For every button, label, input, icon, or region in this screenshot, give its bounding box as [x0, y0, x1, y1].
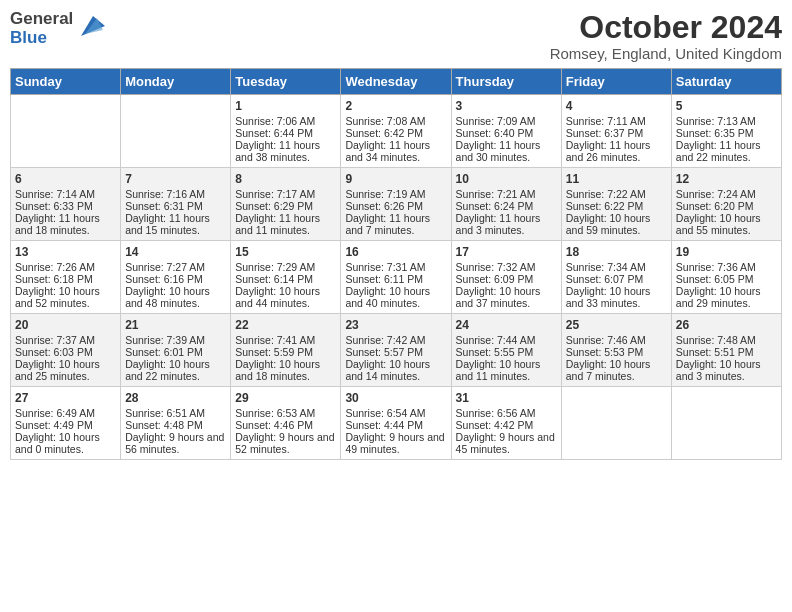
day-number: 20 [15, 318, 116, 332]
sunset-text: Sunset: 6:37 PM [566, 127, 667, 139]
sunset-text: Sunset: 6:26 PM [345, 200, 446, 212]
daylight-text: Daylight: 11 hours and 15 minutes. [125, 212, 226, 236]
sunrise-text: Sunrise: 7:06 AM [235, 115, 336, 127]
daylight-text: Daylight: 10 hours and 7 minutes. [566, 358, 667, 382]
calendar-cell: 15Sunrise: 7:29 AMSunset: 6:14 PMDayligh… [231, 241, 341, 314]
sunset-text: Sunset: 5:55 PM [456, 346, 557, 358]
daylight-text: Daylight: 9 hours and 52 minutes. [235, 431, 336, 455]
calendar-cell: 22Sunrise: 7:41 AMSunset: 5:59 PMDayligh… [231, 314, 341, 387]
day-number: 2 [345, 99, 446, 113]
day-number: 12 [676, 172, 777, 186]
day-number: 21 [125, 318, 226, 332]
sunset-text: Sunset: 6:24 PM [456, 200, 557, 212]
sunset-text: Sunset: 6:18 PM [15, 273, 116, 285]
sunrise-text: Sunrise: 7:31 AM [345, 261, 446, 273]
sunset-text: Sunset: 5:51 PM [676, 346, 777, 358]
day-number: 17 [456, 245, 557, 259]
sunrise-text: Sunrise: 7:19 AM [345, 188, 446, 200]
daylight-text: Daylight: 10 hours and 59 minutes. [566, 212, 667, 236]
col-saturday: Saturday [671, 69, 781, 95]
sunset-text: Sunset: 6:01 PM [125, 346, 226, 358]
day-number: 30 [345, 391, 446, 405]
sunrise-text: Sunrise: 7:32 AM [456, 261, 557, 273]
col-thursday: Thursday [451, 69, 561, 95]
daylight-text: Daylight: 11 hours and 34 minutes. [345, 139, 446, 163]
sunset-text: Sunset: 6:16 PM [125, 273, 226, 285]
calendar-cell: 23Sunrise: 7:42 AMSunset: 5:57 PMDayligh… [341, 314, 451, 387]
sunrise-text: Sunrise: 7:14 AM [15, 188, 116, 200]
col-monday: Monday [121, 69, 231, 95]
sunset-text: Sunset: 6:40 PM [456, 127, 557, 139]
sunset-text: Sunset: 5:57 PM [345, 346, 446, 358]
day-number: 29 [235, 391, 336, 405]
daylight-text: Daylight: 10 hours and 52 minutes. [15, 285, 116, 309]
calendar-cell: 7Sunrise: 7:16 AMSunset: 6:31 PMDaylight… [121, 168, 231, 241]
sunrise-text: Sunrise: 6:53 AM [235, 407, 336, 419]
day-number: 18 [566, 245, 667, 259]
sunrise-text: Sunrise: 7:36 AM [676, 261, 777, 273]
calendar-cell: 30Sunrise: 6:54 AMSunset: 4:44 PMDayligh… [341, 387, 451, 460]
sunrise-text: Sunrise: 7:11 AM [566, 115, 667, 127]
sunrise-text: Sunrise: 7:39 AM [125, 334, 226, 346]
calendar-cell: 25Sunrise: 7:46 AMSunset: 5:53 PMDayligh… [561, 314, 671, 387]
sunset-text: Sunset: 6:42 PM [345, 127, 446, 139]
sunset-text: Sunset: 6:09 PM [456, 273, 557, 285]
sunset-text: Sunset: 5:53 PM [566, 346, 667, 358]
sunrise-text: Sunrise: 7:42 AM [345, 334, 446, 346]
day-number: 28 [125, 391, 226, 405]
sunset-text: Sunset: 4:44 PM [345, 419, 446, 431]
daylight-text: Daylight: 10 hours and 14 minutes. [345, 358, 446, 382]
location: Romsey, England, United Kingdom [550, 45, 782, 62]
calendar-cell: 5Sunrise: 7:13 AMSunset: 6:35 PMDaylight… [671, 95, 781, 168]
calendar-cell: 19Sunrise: 7:36 AMSunset: 6:05 PMDayligh… [671, 241, 781, 314]
day-number: 4 [566, 99, 667, 113]
sunrise-text: Sunrise: 7:44 AM [456, 334, 557, 346]
day-number: 8 [235, 172, 336, 186]
calendar-cell: 31Sunrise: 6:56 AMSunset: 4:42 PMDayligh… [451, 387, 561, 460]
sunrise-text: Sunrise: 7:27 AM [125, 261, 226, 273]
col-tuesday: Tuesday [231, 69, 341, 95]
logo: General Blue [10, 10, 105, 47]
sunrise-text: Sunrise: 7:22 AM [566, 188, 667, 200]
logo-bird-icon [75, 12, 105, 40]
calendar-cell [121, 95, 231, 168]
sunset-text: Sunset: 6:20 PM [676, 200, 777, 212]
sunset-text: Sunset: 6:05 PM [676, 273, 777, 285]
day-number: 16 [345, 245, 446, 259]
calendar-cell: 8Sunrise: 7:17 AMSunset: 6:29 PMDaylight… [231, 168, 341, 241]
day-number: 13 [15, 245, 116, 259]
col-wednesday: Wednesday [341, 69, 451, 95]
daylight-text: Daylight: 11 hours and 22 minutes. [676, 139, 777, 163]
sunset-text: Sunset: 6:22 PM [566, 200, 667, 212]
daylight-text: Daylight: 9 hours and 49 minutes. [345, 431, 446, 455]
sunrise-text: Sunrise: 7:48 AM [676, 334, 777, 346]
day-number: 6 [15, 172, 116, 186]
daylight-text: Daylight: 11 hours and 30 minutes. [456, 139, 557, 163]
daylight-text: Daylight: 10 hours and 0 minutes. [15, 431, 116, 455]
calendar-cell: 21Sunrise: 7:39 AMSunset: 6:01 PMDayligh… [121, 314, 231, 387]
sunset-text: Sunset: 4:46 PM [235, 419, 336, 431]
daylight-text: Daylight: 10 hours and 22 minutes. [125, 358, 226, 382]
day-number: 5 [676, 99, 777, 113]
day-number: 7 [125, 172, 226, 186]
daylight-text: Daylight: 11 hours and 3 minutes. [456, 212, 557, 236]
daylight-text: Daylight: 9 hours and 56 minutes. [125, 431, 226, 455]
day-number: 26 [676, 318, 777, 332]
daylight-text: Daylight: 10 hours and 25 minutes. [15, 358, 116, 382]
calendar-cell: 17Sunrise: 7:32 AMSunset: 6:09 PMDayligh… [451, 241, 561, 314]
page-header: General Blue October 2024 Romsey, Englan… [10, 10, 782, 62]
sunrise-text: Sunrise: 7:21 AM [456, 188, 557, 200]
calendar-cell: 27Sunrise: 6:49 AMSunset: 4:49 PMDayligh… [11, 387, 121, 460]
daylight-text: Daylight: 11 hours and 26 minutes. [566, 139, 667, 163]
daylight-text: Daylight: 11 hours and 7 minutes. [345, 212, 446, 236]
daylight-text: Daylight: 10 hours and 29 minutes. [676, 285, 777, 309]
daylight-text: Daylight: 10 hours and 33 minutes. [566, 285, 667, 309]
sunset-text: Sunset: 6:14 PM [235, 273, 336, 285]
day-number: 23 [345, 318, 446, 332]
sunset-text: Sunset: 6:07 PM [566, 273, 667, 285]
sunrise-text: Sunrise: 6:54 AM [345, 407, 446, 419]
day-number: 27 [15, 391, 116, 405]
daylight-text: Daylight: 10 hours and 40 minutes. [345, 285, 446, 309]
calendar-cell [671, 387, 781, 460]
sunset-text: Sunset: 6:29 PM [235, 200, 336, 212]
